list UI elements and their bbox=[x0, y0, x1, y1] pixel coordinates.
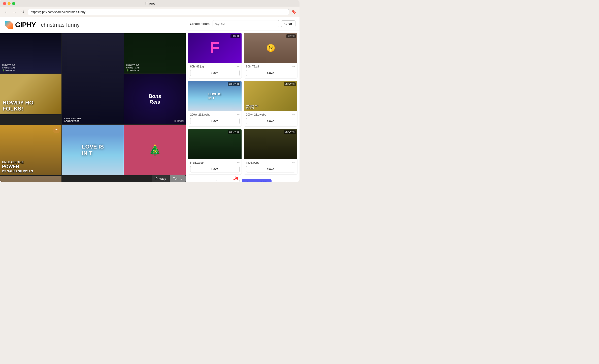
image-filename-5: img5.webp bbox=[190, 161, 204, 164]
image-dimensions-5: 200x200 bbox=[228, 130, 240, 134]
privacy-button[interactable]: Privacy bbox=[152, 175, 170, 182]
edit-icon-5[interactable]: ✏ bbox=[237, 161, 240, 164]
giphy-logo-icon bbox=[5, 21, 13, 29]
image-size-label: Image size: bbox=[190, 181, 214, 182]
image-card-footer-1: 80h_86.jpg ✏ bbox=[188, 63, 242, 70]
save-button-5[interactable]: Save bbox=[190, 166, 240, 172]
sausage-text: UNLEASH THEPOWEROF SAUSAGE ROLLS bbox=[2, 161, 33, 173]
privacy-terms-bar: Privacy Terms bbox=[152, 175, 186, 182]
reload-button[interactable]: ↺ bbox=[20, 9, 25, 15]
close-button[interactable] bbox=[3, 2, 6, 5]
giphy-logo-text: GIPHY bbox=[15, 21, 36, 29]
save-button-2[interactable]: Save bbox=[246, 70, 295, 76]
save-button-6[interactable]: Save bbox=[246, 166, 295, 172]
bons-text: BonsReis bbox=[149, 93, 161, 105]
image-thumb-3: LOVE ISIN T 200x200 bbox=[188, 81, 242, 111]
image-dimensions-3: 200x200 bbox=[228, 82, 240, 86]
image-dimensions-4: 200x200 bbox=[284, 82, 296, 86]
save-button-3[interactable]: Save bbox=[190, 118, 240, 124]
window-title: Imaget bbox=[145, 2, 155, 5]
image-card-4: HOWDY HOFOLKS! 200x200 200w_231.webp ✏ S… bbox=[244, 81, 298, 127]
edit-icon-1[interactable]: ✏ bbox=[237, 64, 240, 68]
maximize-button[interactable] bbox=[12, 2, 15, 5]
minimize-button[interactable] bbox=[8, 2, 11, 5]
search-query-display: christmas funny bbox=[41, 22, 80, 28]
create-album-input[interactable] bbox=[213, 20, 279, 27]
image-filename-3: 200w_232.webp bbox=[190, 113, 210, 116]
search-query-rest: funny bbox=[64, 22, 80, 28]
save-button-1[interactable]: Save bbox=[190, 70, 240, 76]
image-filename-4: 200w_231.webp bbox=[246, 113, 266, 116]
bookmark-button[interactable]: 🔖 bbox=[291, 10, 296, 14]
image-thumb-5: 200x200 bbox=[188, 129, 242, 159]
edit-icon-4[interactable]: ✏ bbox=[292, 113, 295, 116]
bottom-controls: Image size: All (145) Save all (145) ➜ S… bbox=[186, 177, 300, 182]
image-dimensions-1: 80x80 bbox=[230, 34, 240, 38]
gif-item-person[interactable]: ANNA AND THEAPOCALYPSE bbox=[62, 33, 123, 124]
love-is-text: LOVE ISIN T bbox=[82, 143, 104, 157]
image-card-2: 🤫 96x80 80h_73.gif ✏ Save bbox=[244, 32, 298, 79]
image-card-3: LOVE ISIN T 200x200 200w_232.webp ✏ Save bbox=[188, 81, 242, 127]
image-card-footer-6: img6.webp ✏ bbox=[244, 159, 297, 166]
title-bar: Imaget bbox=[0, 0, 300, 7]
image-card-5: 200x200 img5.webp ✏ Save bbox=[188, 129, 242, 175]
image-size-row: Image size: All (145) Save all (145) ➜ bbox=[190, 179, 295, 182]
image-thumb-4: HOWDY HOFOLKS! 200x200 bbox=[244, 81, 297, 111]
howdy-text: HOWDY HOFOLKS! bbox=[3, 100, 34, 112]
content-area: GIPHY christmas funny 25 DAYS OFCHRISTMA… bbox=[0, 17, 300, 182]
gif-item-2[interactable]: 25 DAYS OFCHRISTMAS🎄 freeform bbox=[124, 33, 186, 74]
giphy-logo: GIPHY bbox=[5, 21, 36, 29]
gif-item-girl[interactable]: Auto Scroll bbox=[0, 176, 61, 182]
save-button-4[interactable]: Save bbox=[246, 118, 295, 124]
create-album-row: Create album: Clear bbox=[186, 17, 300, 30]
gif-item-1[interactable]: 25 DAYS OFCHRISTMAS🎄 freeform bbox=[0, 33, 61, 74]
save-all-button[interactable]: Save all (145) bbox=[242, 179, 272, 182]
clear-button[interactable]: Clear bbox=[281, 20, 295, 27]
image-filename-2: 80h_73.gif bbox=[246, 65, 259, 68]
giphy-panel: GIPHY christmas funny 25 DAYS OFCHRISTMA… bbox=[0, 17, 186, 182]
gif-item-love-is[interactable]: LOVE ISIN T bbox=[62, 125, 123, 175]
image-card-footer-4: 200w_231.webp ✏ bbox=[244, 111, 297, 118]
image-thumb-2: 🤫 96x80 bbox=[244, 33, 297, 63]
traffic-lights bbox=[3, 2, 15, 5]
image-dimensions-2: 96x80 bbox=[286, 34, 296, 38]
image-thumb-1: F 80x80 bbox=[188, 33, 242, 63]
edit-icon-3[interactable]: ✏ bbox=[237, 113, 240, 116]
gif-item-bons-reis[interactable]: BonsReis ⊞ Regal bbox=[124, 74, 186, 124]
gif-item-tree[interactable]: 🎄 bbox=[124, 125, 186, 175]
image-dimensions-6: 200x200 bbox=[284, 130, 296, 134]
gif-grid: 25 DAYS OFCHRISTMAS🎄 freeform ANNA AND T… bbox=[0, 33, 186, 182]
terms-button[interactable]: Terms bbox=[170, 175, 186, 182]
edit-icon-6[interactable]: ✏ bbox=[292, 161, 295, 164]
image-card-footer-3: 200w_232.webp ✏ bbox=[188, 111, 242, 118]
url-bar[interactable] bbox=[28, 9, 289, 15]
browser-bar: ← → ↺ 🔖 bbox=[0, 7, 300, 17]
edit-icon-2[interactable]: ✏ bbox=[292, 64, 295, 68]
image-card-6: 200x200 img6.webp ✏ Save bbox=[244, 129, 298, 175]
gif-item-howdy[interactable]: HOWDY HOFOLKS! bbox=[0, 74, 61, 114]
image-card-footer-2: 80h_73.gif ✏ bbox=[244, 63, 297, 70]
image-card-footer-5: img5.webp ✏ bbox=[188, 159, 242, 166]
image-filename-6: img6.webp bbox=[246, 161, 259, 164]
sidebar: Create album: Clear F 80x80 80h_86.jpg ✏… bbox=[186, 17, 300, 182]
create-album-label: Create album: bbox=[190, 22, 211, 26]
image-cards-grid: F 80x80 80h_86.jpg ✏ Save 🤫 96x80 80h_73… bbox=[186, 30, 300, 177]
search-dropdown: GIPHY christmas funny bbox=[0, 17, 186, 33]
arrow-indicator: Save all (145) ➜ bbox=[242, 179, 272, 182]
back-button[interactable]: ← bbox=[3, 9, 9, 15]
forward-button[interactable]: → bbox=[12, 9, 18, 15]
search-query-word: christmas bbox=[41, 22, 64, 28]
image-card-1: F 80x80 80h_86.jpg ✏ Save bbox=[188, 32, 242, 79]
image-filename-1: 80h_86.jpg bbox=[190, 65, 204, 68]
gif-item-sausage[interactable]: W UNLEASH THEPOWEROF SAUSAGE ROLLS bbox=[0, 125, 61, 175]
image-thumb-6: 200x200 bbox=[244, 129, 297, 159]
